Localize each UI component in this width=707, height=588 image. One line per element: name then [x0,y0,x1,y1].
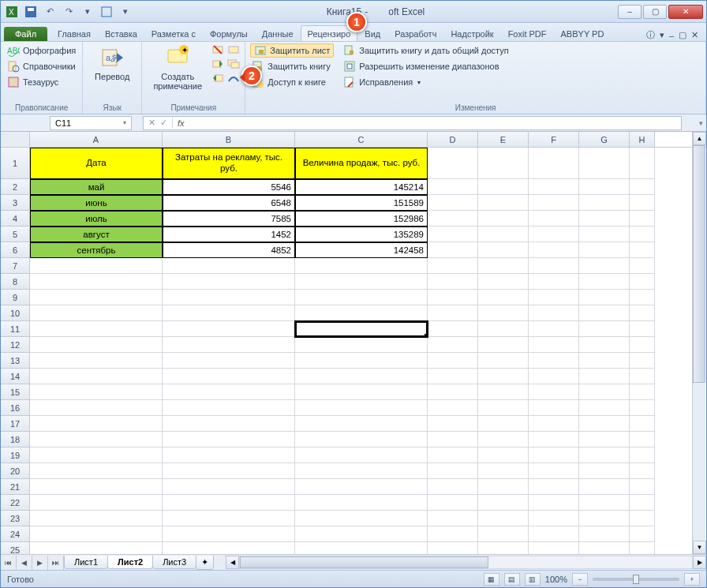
cell-24-G[interactable] [579,526,630,542]
cell-11-G[interactable] [579,321,630,337]
cell-25-E[interactable] [478,542,529,554]
cell-2-C[interactable]: 145214 [295,179,428,195]
cell-11-E[interactable] [478,321,529,337]
cell-19-F[interactable] [529,448,579,463]
cell-10-A[interactable] [30,305,163,321]
cell-13-D[interactable] [428,353,478,369]
row-header-5[interactable]: 5 [1,227,30,242]
cell-10-D[interactable] [428,305,478,321]
cell-19-H[interactable] [630,448,655,463]
cell-22-E[interactable] [478,495,529,511]
cell-7-E[interactable] [478,258,529,274]
row-header-24[interactable]: 24 [1,526,30,542]
cell-16-F[interactable] [529,400,579,416]
cell-22-B[interactable] [163,495,295,511]
row-header-7[interactable]: 7 [1,258,30,274]
file-tab[interactable]: Файл [4,27,47,41]
cell-18-G[interactable] [579,432,630,448]
mdi-restore-icon[interactable]: ▢ [679,30,686,40]
row-header-8[interactable]: 8 [1,274,30,290]
cell-4-C[interactable]: 152986 [295,211,428,227]
cell-4-D[interactable] [428,211,478,227]
cell-6-F[interactable] [529,242,579,258]
row-header-12[interactable]: 12 [1,337,30,353]
cell-3-A[interactable]: июнь [30,195,163,211]
ribbon-tab-foxit pdf[interactable]: Foxit PDF [501,25,554,41]
sheet-next-button[interactable]: ▶ [32,556,48,570]
hscroll-thumb[interactable] [240,556,488,568]
show-comment-icon[interactable] [227,43,240,56]
cell-17-D[interactable] [428,416,478,432]
name-box-dropdown-icon[interactable]: ▾ [123,119,126,126]
cell-7-H[interactable] [630,258,655,274]
sheet-prev-button[interactable]: ◀ [17,556,32,570]
mdi-minimize-icon[interactable]: – [669,31,674,40]
cell-18-A[interactable] [30,432,163,448]
cell-20-H[interactable] [630,463,655,479]
sheet-tab-Лист3[interactable]: Лист3 [152,556,196,569]
cell-18-B[interactable] [163,432,295,448]
cell-13-H[interactable] [630,353,655,369]
cell-14-G[interactable] [579,369,630,384]
cell-6-D[interactable] [428,242,478,258]
cell-8-D[interactable] [428,274,478,290]
cell-25-F[interactable] [529,542,579,554]
row-header-16[interactable]: 16 [1,400,30,416]
cell-4-F[interactable] [529,211,579,227]
save-icon[interactable] [23,4,39,20]
thesaurus-button[interactable]: Тезаурус [6,75,77,89]
cell-10-E[interactable] [478,305,529,321]
cell-24-A[interactable] [30,526,163,542]
vertical-scrollbar[interactable]: ▲ ▼ [692,132,705,554]
cell-24-B[interactable] [163,526,295,542]
ribbon-minimize-icon[interactable]: ▾ [660,30,664,40]
normal-view-button[interactable]: ▦ [484,573,499,586]
track-changes-button[interactable]: Исправления▾ [342,75,510,89]
allow-edit-ranges-button[interactable]: Разрешить изменение диапазонов [342,59,510,73]
cell-9-B[interactable] [163,290,295,305]
cell-25-A[interactable] [30,542,163,554]
translate-button[interactable]: aあ Перевод [88,43,137,81]
cell-12-B[interactable] [163,337,295,353]
cell-7-A[interactable] [30,258,163,274]
cell-4-G[interactable] [579,211,630,227]
column-header-G[interactable]: G [579,132,630,147]
cell-20-G[interactable] [579,463,630,479]
page-layout-view-button[interactable]: ▤ [504,573,520,586]
cell-22-F[interactable] [529,495,579,511]
cell-11-D[interactable] [428,321,478,337]
cell-13-F[interactable] [529,353,579,369]
cell-5-G[interactable] [579,227,630,242]
cell-13-A[interactable] [30,353,163,369]
page-break-view-button[interactable]: ▥ [525,573,541,586]
hscroll-track[interactable] [239,556,693,569]
cell-9-F[interactable] [529,290,579,305]
cell-24-F[interactable] [529,526,579,542]
column-header-B[interactable]: B [163,132,295,147]
cell-23-C[interactable] [295,511,428,526]
cell-19-E[interactable] [478,448,529,463]
cell-17-C[interactable] [295,416,428,432]
mdi-close-icon[interactable]: ✕ [691,30,698,40]
row-header-13[interactable]: 13 [1,353,30,369]
cell-22-G[interactable] [579,495,630,511]
cell-20-F[interactable] [529,463,579,479]
cell-12-E[interactable] [478,337,529,353]
row-header-10[interactable]: 10 [1,305,30,321]
name-box[interactable]: C11 ▾ [50,116,132,130]
cell-23-G[interactable] [579,511,630,526]
cell-18-D[interactable] [428,432,478,448]
cell-3-G[interactable] [579,195,630,211]
row-header-9[interactable]: 9 [1,290,30,305]
cell-2-H[interactable] [630,179,655,195]
cell-16-C[interactable] [295,400,428,416]
cell-25-B[interactable] [163,542,295,554]
cell-4-A[interactable]: июль [30,211,163,227]
cell-8-H[interactable] [630,274,655,290]
new-sheet-button[interactable]: ✦ [196,556,214,570]
cell-11-C[interactable] [295,321,428,337]
row-header-15[interactable]: 15 [1,384,30,400]
cell-1-A[interactable]: Дата [30,148,163,179]
cell-3-C[interactable]: 151589 [295,195,428,211]
cell-21-E[interactable] [478,479,529,495]
